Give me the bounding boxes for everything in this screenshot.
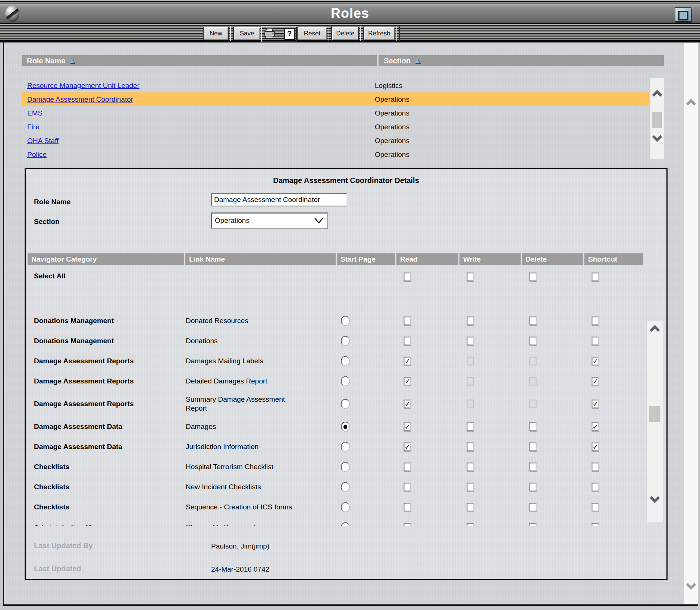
delete-button[interactable]: Delete: [332, 27, 359, 40]
shortcut-checkbox[interactable]: ✓: [592, 377, 599, 386]
select-all-shortcut-checkbox[interactable]: [592, 273, 599, 281]
shortcut-checkbox[interactable]: ✓: [592, 400, 599, 408]
scroll-up-icon[interactable]: [649, 325, 660, 332]
role-name-link[interactable]: Fire: [27, 123, 40, 131]
read-checkbox[interactable]: ✓: [404, 400, 411, 408]
delete-checkbox[interactable]: [530, 317, 537, 325]
column-header-section[interactable]: Section: [379, 55, 664, 66]
start-page-radio[interactable]: [341, 522, 350, 526]
start-page-radio[interactable]: [341, 482, 350, 492]
role-row[interactable]: EMS Operations: [22, 106, 649, 120]
delete-checkbox[interactable]: [530, 483, 537, 492]
role-row[interactable]: Fire Operations: [22, 120, 649, 134]
write-checkbox[interactable]: [467, 483, 474, 492]
write-checkbox[interactable]: [467, 317, 474, 325]
scroll-down-icon[interactable]: [652, 135, 663, 142]
role-name-link[interactable]: Damage Assessment Coordinator: [27, 95, 133, 104]
shortcut-checkbox[interactable]: [592, 483, 599, 492]
role-name-link[interactable]: Police: [27, 151, 47, 159]
window-title: Roles: [0, 6, 700, 21]
save-button[interactable]: Save: [233, 27, 260, 40]
start-page-radio[interactable]: [341, 356, 350, 366]
print-button[interactable]: [263, 28, 277, 40]
column-header-role-name[interactable]: Role Name: [22, 55, 377, 66]
read-checkbox[interactable]: ✓: [404, 443, 411, 451]
role-row[interactable]: Damage Assessment Coordinator Operations: [22, 92, 649, 106]
delete-checkbox[interactable]: [530, 523, 537, 526]
start-page-radio[interactable]: [341, 399, 350, 409]
role-name-link[interactable]: EMS: [27, 109, 43, 117]
scroll-up-icon[interactable]: [685, 99, 697, 106]
permissions-column-header: Read: [396, 253, 458, 265]
link-name-label: Donations: [186, 336, 298, 345]
start-page-radio[interactable]: [341, 336, 350, 346]
write-checkbox[interactable]: [467, 443, 474, 451]
write-checkbox[interactable]: [467, 423, 474, 431]
read-checkbox[interactable]: ✓: [404, 357, 411, 366]
navigator-category-label: Administration User: [34, 523, 102, 526]
delete-checkbox[interactable]: [530, 503, 537, 512]
shortcut-checkbox[interactable]: ✓: [592, 357, 599, 366]
shortcut-checkbox[interactable]: ✓: [592, 423, 599, 431]
read-checkbox[interactable]: [404, 483, 411, 492]
shortcut-checkbox[interactable]: [592, 523, 599, 526]
start-page-radio[interactable]: [341, 442, 350, 452]
delete-checkbox[interactable]: [530, 423, 537, 431]
permissions-scrollbar-thumb[interactable]: [649, 406, 660, 422]
write-checkbox[interactable]: [467, 463, 474, 471]
section-dropdown[interactable]: Operations: [211, 213, 327, 228]
role-name-link[interactable]: Resource Management Unit Leader: [27, 82, 139, 90]
select-all-write-checkbox[interactable]: [467, 273, 474, 281]
read-checkbox[interactable]: ✓: [404, 377, 411, 386]
last-updated-by-value: Paulson, Jim(jimp): [211, 542, 269, 550]
role-row[interactable]: OHA Staff Operations: [22, 134, 649, 148]
reset-button[interactable]: Reset: [297, 27, 327, 40]
start-page-radio[interactable]: [341, 376, 350, 386]
select-all-label: Select All: [34, 272, 66, 280]
start-page-radio[interactable]: [341, 502, 350, 512]
shortcut-checkbox[interactable]: [592, 503, 599, 512]
role-name-input[interactable]: [211, 193, 347, 206]
read-checkbox[interactable]: [404, 463, 411, 471]
shortcut-checkbox[interactable]: [592, 337, 599, 345]
start-page-radio[interactable]: [341, 462, 350, 472]
link-name-label: Jurisdiction Information: [186, 442, 298, 451]
write-checkbox[interactable]: [467, 523, 474, 526]
role-row[interactable]: Police Operations: [22, 148, 649, 161]
permissions-scrollbar[interactable]: [646, 321, 663, 523]
help-button[interactable]: ?: [283, 28, 296, 40]
window-scrollbar[interactable]: [684, 42, 698, 604]
delete-checkbox[interactable]: [530, 337, 537, 345]
roles-scrollbar[interactable]: [650, 78, 664, 159]
shortcut-checkbox[interactable]: [592, 317, 599, 325]
link-name-label: New Incident Checklists: [186, 483, 298, 492]
shortcut-checkbox[interactable]: [592, 463, 599, 471]
role-row[interactable]: Resource Management Unit Leader Logistic…: [22, 79, 649, 92]
scroll-up-icon[interactable]: [652, 90, 663, 97]
delete-checkbox[interactable]: [530, 463, 537, 471]
refresh-button[interactable]: Refresh: [364, 27, 395, 40]
read-checkbox[interactable]: [404, 523, 411, 526]
role-name-link[interactable]: OHA Staff: [27, 137, 59, 145]
select-all-read-checkbox[interactable]: [404, 273, 411, 281]
shortcut-checkbox[interactable]: ✓: [592, 443, 599, 451]
start-page-radio[interactable]: [341, 316, 350, 326]
maximize-button[interactable]: [675, 7, 691, 22]
write-checkbox[interactable]: [467, 337, 474, 345]
last-updated-value: 24-Mar-2016 0742: [211, 565, 269, 573]
start-page-radio[interactable]: [341, 422, 350, 432]
section-label: Section: [34, 218, 60, 226]
delete-checkbox[interactable]: [530, 443, 537, 451]
read-checkbox[interactable]: [404, 503, 411, 512]
write-checkbox[interactable]: [467, 503, 474, 512]
read-checkbox[interactable]: [404, 317, 411, 325]
select-all-delete-checkbox[interactable]: [530, 273, 537, 281]
read-checkbox[interactable]: [404, 337, 411, 345]
toolbar-separator: [230, 26, 233, 41]
permissions-column-header: Navigator Category: [28, 253, 184, 265]
roles-scrollbar-thumb[interactable]: [652, 112, 662, 128]
new-button[interactable]: New: [203, 27, 229, 40]
scroll-down-icon[interactable]: [685, 582, 697, 590]
scroll-down-icon[interactable]: [649, 496, 660, 503]
read-checkbox[interactable]: ✓: [404, 423, 411, 431]
